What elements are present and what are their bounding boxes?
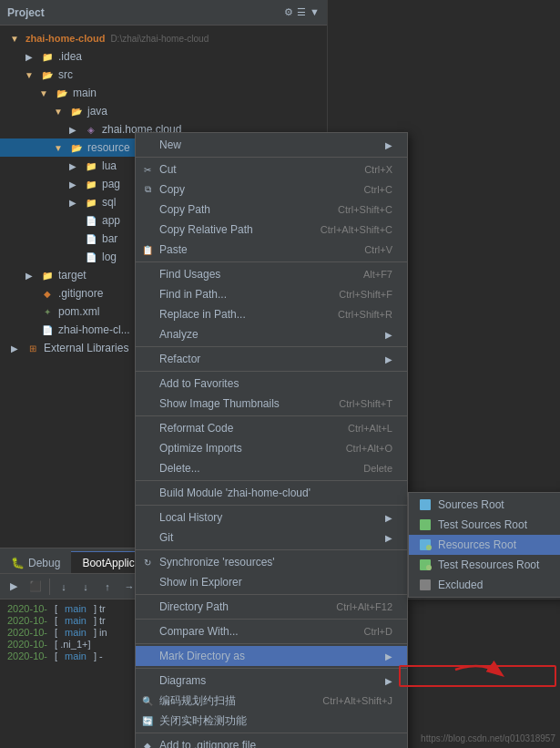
menu-item-label: Find in Path... bbox=[159, 288, 227, 301]
menu-separator bbox=[136, 157, 407, 158]
stop-btn[interactable]: ⬛ bbox=[25, 577, 46, 597]
log-text: ] tr bbox=[94, 603, 106, 614]
menu-item-favorites[interactable]: Add to Favorites bbox=[136, 374, 407, 394]
layout-icon[interactable]: ☰ bbox=[297, 6, 306, 18]
menu-item-find-path[interactable]: Find in Path... Ctrl+Shift+F bbox=[136, 284, 407, 304]
menu-item-copy[interactable]: ⧉ Copy Ctrl+C bbox=[136, 179, 407, 200]
menu-item-label: Optimize Imports bbox=[159, 442, 242, 455]
menu-item-build[interactable]: Build Module 'zhai-home-cloud' bbox=[136, 483, 407, 503]
step-over-btn[interactable]: ↓ bbox=[54, 577, 74, 597]
menu-item-code-review[interactable]: 🔍 编码规划约扫描 Ctrl+Alt+Shift+J bbox=[136, 691, 407, 711]
menu-item-dir-path[interactable]: Directory Path Ctrl+Alt+F12 bbox=[136, 597, 407, 617]
cut-icon: ✂ bbox=[141, 163, 154, 176]
tree-item-src[interactable]: ▼ 📂 src bbox=[0, 66, 327, 84]
menu-item-thumbnails[interactable]: Show Image Thumbnails Ctrl+Shift+T bbox=[136, 394, 407, 414]
submenu-arrow: ▶ bbox=[385, 140, 392, 150]
submenu-arrow: ▶ bbox=[385, 651, 392, 661]
log-date: 2020-10- bbox=[7, 639, 47, 650]
menu-item-analyze[interactable]: Analyze ▶ bbox=[136, 324, 407, 344]
git-icon: ◆ bbox=[40, 286, 55, 301]
submenu-item-test-resources[interactable]: Test Resources Root bbox=[409, 555, 560, 575]
resume-btn[interactable]: ▶ bbox=[4, 577, 24, 597]
review-icon: 🔍 bbox=[141, 694, 154, 707]
item-label: .gitignore bbox=[58, 287, 103, 300]
step-out-btn[interactable]: ↑ bbox=[97, 577, 117, 597]
item-label: bar bbox=[102, 232, 117, 245]
git-add-icon: ◆ bbox=[141, 739, 154, 748]
menu-item-close-detect[interactable]: 🔄 关闭实时检测功能 bbox=[136, 711, 407, 731]
menu-item-compare[interactable]: Compare With... Ctrl+D bbox=[136, 621, 407, 641]
arrow-icon: ▶ bbox=[66, 195, 80, 210]
log-date: 2020-10- bbox=[7, 651, 47, 661]
submenu-item-test-sources[interactable]: Test Sources Root bbox=[409, 515, 560, 535]
file-icon: 📄 bbox=[84, 213, 98, 228]
submenu-item-resources[interactable]: Resources Root bbox=[409, 535, 560, 555]
chevron-down-icon[interactable]: ▼ bbox=[310, 6, 320, 18]
submenu-item-label: Sources Root bbox=[438, 498, 504, 511]
menu-item-diagrams[interactable]: Diagrams ▶ bbox=[136, 671, 407, 691]
tree-item-idea[interactable]: ▶ 📁 .idea bbox=[0, 47, 327, 66]
submenu-item-excluded[interactable]: Excluded bbox=[409, 575, 560, 595]
log-text: ] in bbox=[94, 627, 107, 638]
menu-item-paste[interactable]: 📋 Paste Ctrl+V bbox=[136, 240, 407, 260]
java-folder-icon: 📂 bbox=[69, 104, 84, 118]
menu-item-sync[interactable]: ↻ Synchronize 'resources' bbox=[136, 552, 407, 572]
shortcut: Ctrl+Shift+C bbox=[338, 204, 392, 215]
menu-item-label: 编码规划约扫描 bbox=[159, 693, 236, 709]
folder-icon: 📁 bbox=[84, 195, 98, 210]
spacer bbox=[66, 250, 80, 264]
menu-item-mark-dir[interactable]: Mark Directory as ▶ bbox=[136, 646, 407, 666]
menu-item-label: Analyze bbox=[159, 328, 199, 341]
menu-item-refactor[interactable]: Refactor ▶ bbox=[136, 349, 407, 369]
folder-icon: ▼ bbox=[7, 31, 22, 46]
submenu-item-sources[interactable]: Sources Root bbox=[409, 495, 560, 515]
tree-item-main[interactable]: ▼ 📂 main bbox=[0, 84, 327, 102]
watermark: https://blog.csdn.net/q010318957 bbox=[421, 733, 555, 743]
folder-icon: 📁 bbox=[84, 159, 98, 173]
menu-item-add-gitignore[interactable]: ◆ Add to .gitignore file bbox=[136, 735, 407, 748]
log-text: [ bbox=[55, 651, 57, 661]
menu-item-find-usages[interactable]: Find Usages Alt+F7 bbox=[136, 264, 407, 284]
folder-icon: 📂 bbox=[55, 86, 69, 100]
menu-item-show-explorer[interactable]: Show in Explorer bbox=[136, 572, 407, 592]
menu-item-copy-path[interactable]: Copy Path Ctrl+Shift+C bbox=[136, 200, 407, 220]
spacer bbox=[22, 286, 36, 301]
menu-item-label: Show Image Thumbnails bbox=[159, 397, 280, 410]
menu-item-label: Copy Relative Path bbox=[159, 223, 253, 236]
folder-icon: 📂 bbox=[69, 140, 84, 155]
menu-item-cut[interactable]: ✂ Cut Ctrl+X bbox=[136, 159, 407, 179]
menu-item-replace[interactable]: Replace in Path... Ctrl+Shift+R bbox=[136, 304, 407, 324]
menu-item-label: Add to .gitignore file bbox=[159, 739, 256, 748]
menu-item-reformat[interactable]: Reformat Code Ctrl+Alt+L bbox=[136, 418, 407, 438]
log-highlight: main bbox=[65, 627, 87, 638]
tree-item-project[interactable]: ▼ zhai-home-cloud D:\zhai\zhai-home-clou… bbox=[0, 29, 327, 47]
menu-item-history[interactable]: Local History ▶ bbox=[136, 507, 407, 528]
project-path: D:\zhai\zhai-home-cloud bbox=[110, 34, 209, 44]
menu-item-git[interactable]: Git ▶ bbox=[136, 528, 407, 548]
menu-item-label: Directory Path bbox=[159, 600, 229, 613]
debug-tab[interactable]: 🐛 Debug bbox=[0, 551, 71, 573]
folder-icon: 📁 bbox=[40, 268, 55, 282]
file-icon: 📄 bbox=[40, 323, 55, 337]
tree-item-java[interactable]: ▼ 📂 java bbox=[0, 102, 327, 120]
shortcut: Ctrl+Alt+Shift+C bbox=[321, 224, 392, 235]
shortcut: Ctrl+C bbox=[364, 184, 392, 195]
sync-icon: ↻ bbox=[141, 556, 154, 569]
step-into-btn[interactable]: ↓ bbox=[76, 577, 96, 597]
menu-separator bbox=[136, 668, 407, 669]
menu-item-new[interactable]: New ▶ bbox=[136, 135, 407, 155]
menu-separator bbox=[136, 415, 407, 416]
item-label: src bbox=[58, 68, 73, 81]
menu-item-delete[interactable]: Delete... Delete bbox=[136, 458, 407, 478]
log-highlight: main bbox=[65, 615, 87, 626]
debug-icon: 🐛 bbox=[11, 557, 25, 569]
shortcut: Ctrl+Shift+T bbox=[339, 398, 392, 409]
menu-item-optimize[interactable]: Optimize Imports Ctrl+Alt+O bbox=[136, 438, 407, 458]
submenu-arrow: ▶ bbox=[385, 676, 392, 686]
settings-icon[interactable]: ⚙ bbox=[284, 6, 293, 18]
menu-item-label: Add to Favorites bbox=[159, 377, 239, 390]
ide-frame: Project ⚙ ☰ ▼ ▼ zhai-home-cloud D:\zhai\… bbox=[0, 0, 560, 748]
menu-item-copy-relative[interactable]: Copy Relative Path Ctrl+Alt+Shift+C bbox=[136, 220, 407, 240]
shortcut: Alt+F7 bbox=[363, 269, 392, 280]
arrow-icon: ▼ bbox=[51, 104, 66, 118]
